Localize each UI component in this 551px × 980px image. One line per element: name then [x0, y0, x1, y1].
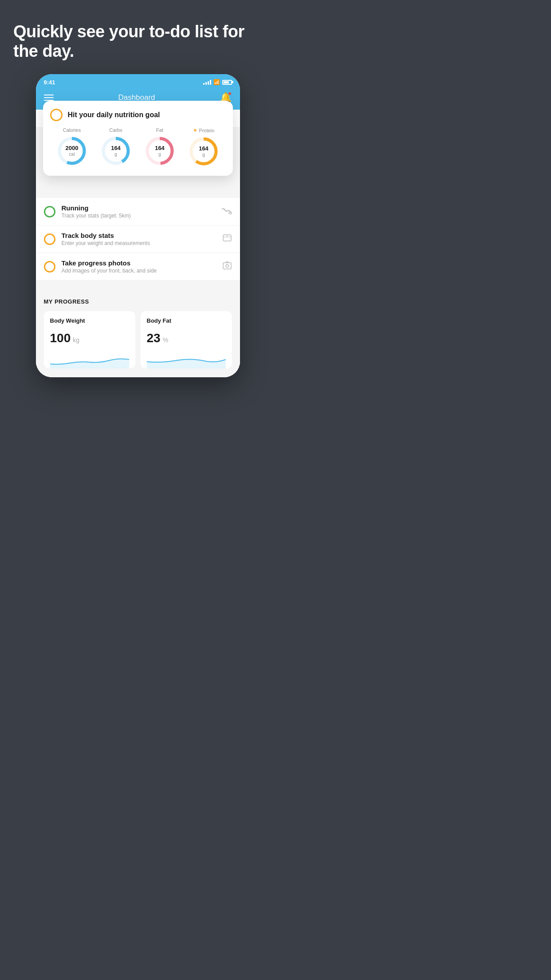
photo-icon [222, 261, 232, 273]
body-fat-chart [147, 351, 226, 368]
card-title: Hit your daily nutrition goal [68, 111, 160, 119]
status-time: 9:41 [44, 79, 55, 86]
page-background: Quickly see your to-do list for the day.… [0, 0, 276, 490]
protein-value-center: 164 g [199, 146, 209, 157]
hamburger-icon[interactable] [44, 95, 54, 101]
bell-notification-dot [228, 92, 232, 95]
content-area: THINGS TO DO TODAY Hit your daily nutrit… [36, 110, 240, 377]
todo-text-running: Running Track your stats (target: 5km) [62, 204, 215, 219]
fat-value-center: 164 g [155, 146, 165, 157]
todo-title-body-stats: Track body stats [62, 232, 216, 239]
protein-label: ★ Protein [193, 127, 215, 133]
protein-star-icon: ★ [193, 127, 197, 133]
progress-cards: Body Weight 100 kg [44, 311, 232, 368]
body-fat-title: Body Fat [147, 317, 226, 324]
body-weight-chart [50, 351, 129, 368]
todo-subtitle-running: Track your stats (target: 5km) [62, 213, 215, 219]
todo-circle-body-stats [44, 233, 55, 245]
nutrition-carbs: Carbs 164 g [100, 127, 131, 166]
calories-value: 2000 [66, 146, 79, 152]
svg-point-13 [226, 265, 228, 267]
todo-title-running: Running [62, 204, 215, 212]
nutrition-calories: Calories 2000 cal [56, 127, 87, 166]
fat-label: Fat [156, 127, 163, 133]
battery-icon [222, 80, 232, 85]
todo-item-body-stats[interactable]: Track body stats Enter your weight and m… [36, 225, 240, 253]
svg-point-8 [229, 212, 232, 214]
todo-subtitle-body-stats: Enter your weight and measurements [62, 240, 216, 246]
signal-icon [203, 79, 211, 85]
todo-circle-photos [44, 261, 55, 273]
body-fat-value: 23 [147, 331, 161, 345]
calories-value-center: 2000 cal [66, 146, 79, 157]
todo-circle-running [44, 206, 55, 217]
todo-title-photos: Take progress photos [62, 259, 216, 267]
nutrition-row: Calories 2000 cal [50, 127, 226, 167]
fat-value: 164 [155, 146, 165, 152]
nutrition-fat: Fat 164 g [144, 127, 175, 166]
phone-frame: 9:41 📶 Dashboard [36, 74, 240, 377]
hero-title: Quickly see your to-do list for the day. [13, 22, 262, 61]
hero-section: Quickly see your to-do list for the day. [0, 18, 276, 70]
protein-donut: 164 g [188, 136, 219, 167]
todo-subtitle-photos: Add images of your front, back, and side [62, 268, 216, 274]
nutrition-protein: ★ Protein 164 g [188, 127, 219, 167]
running-icon [221, 206, 232, 217]
progress-section: MY PROGRESS Body Weight 100 kg [36, 289, 240, 377]
spacer [36, 281, 240, 289]
status-icons: 📶 [203, 79, 232, 85]
todo-text-body-stats: Track body stats Enter your weight and m… [62, 232, 216, 246]
protein-value: 164 [199, 146, 209, 152]
progress-heading: MY PROGRESS [44, 298, 232, 305]
calories-label: Calories [63, 127, 81, 133]
todo-item-photos[interactable]: Take progress photos Add images of your … [36, 253, 240, 281]
body-fat-value-row: 23 % [147, 331, 226, 345]
protein-unit: g [199, 152, 209, 157]
status-bar: 9:41 📶 [36, 74, 240, 88]
carbs-unit: g [111, 152, 121, 157]
body-weight-title: Body Weight [50, 317, 129, 324]
todo-item-running[interactable]: Running Track your stats (target: 5km) [36, 198, 240, 225]
fat-unit: g [155, 152, 165, 157]
svg-rect-12 [223, 263, 231, 269]
carbs-label: Carbs [109, 127, 122, 133]
progress-card-fat[interactable]: Body Fat 23 % [141, 311, 232, 368]
card-circle-icon [50, 109, 63, 121]
calories-donut: 2000 cal [56, 135, 87, 166]
card-title-row: Hit your daily nutrition goal [50, 109, 226, 121]
wifi-icon: 📶 [213, 79, 220, 85]
body-weight-unit: kg [73, 336, 79, 344]
carbs-donut: 164 g [100, 135, 131, 166]
nutrition-card: Hit your daily nutrition goal Calories [43, 101, 233, 176]
todo-text-photos: Take progress photos Add images of your … [62, 259, 216, 274]
fat-donut: 164 g [144, 135, 175, 166]
carbs-value: 164 [111, 146, 121, 152]
scale-icon [222, 233, 232, 245]
calories-unit: cal [66, 152, 79, 157]
body-weight-value-row: 100 kg [50, 331, 129, 345]
body-fat-unit: % [163, 336, 168, 344]
body-weight-value: 100 [50, 331, 71, 345]
carbs-value-center: 164 g [111, 146, 121, 157]
todo-list: Running Track your stats (target: 5km) T… [36, 198, 240, 281]
progress-card-weight[interactable]: Body Weight 100 kg [44, 311, 135, 368]
